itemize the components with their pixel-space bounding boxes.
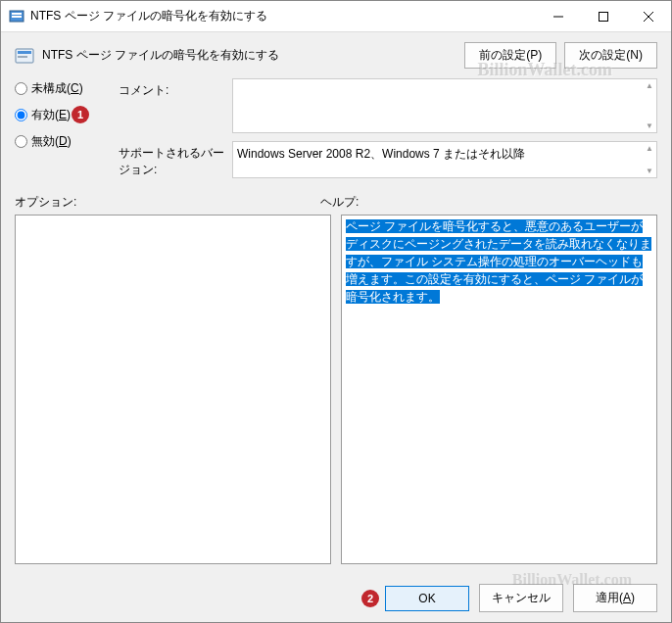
supported-textbox: Windows Server 2008 R2、Windows 7 またはそれ以降… [232,141,657,178]
radio-not-configured-input[interactable] [15,82,27,95]
dialog-window: NTFS ページ ファイルの暗号化を有効にする NTFS ページ ファイルの暗号… [0,0,672,623]
annotation-marker-2: 2 [361,590,379,607]
radio-disabled-label: 無効(D) [31,133,72,150]
policy-title: NTFS ページ ファイルの暗号化を有効にする [42,47,456,64]
svg-rect-8 [18,51,31,54]
help-text: ページ ファイルを暗号化すると、悪意のあるユーザーがディスクにページングされたデ… [346,219,651,304]
policy-icon [15,46,34,66]
svg-rect-4 [600,12,608,21]
comment-label: コメント: [119,78,224,99]
supported-value: Windows Server 2008 R2、Windows 7 またはそれ以降 [237,147,525,161]
app-icon [9,9,24,24]
radio-enabled[interactable]: 有効(E) 1 [15,107,103,123]
svg-rect-2 [12,16,22,18]
header-row: NTFS ページ ファイルの暗号化を有効にする 前の設定(P) 次の設定(N) [1,32,671,78]
help-panel[interactable]: ページ ファイルを暗号化すると、悪意のあるユーザーがディスクにページングされたデ… [341,215,657,564]
close-button[interactable] [626,1,671,31]
window-title: NTFS ページ ファイルの暗号化を有効にする [30,8,536,24]
state-radio-group: 未構成(C) 有効(E) 1 無効(D) [15,78,103,178]
radio-disabled[interactable]: 無効(D) [15,133,103,150]
radio-disabled-input[interactable] [15,135,27,148]
comment-textbox[interactable]: ▲▼ [232,78,657,133]
radio-enabled-input[interactable] [15,109,27,121]
supported-label: サポートされるバージョン: [119,141,224,178]
scrollbar-icon: ▲▼ [645,79,654,132]
annotation-marker-1: 1 [72,106,89,123]
options-panel[interactable] [15,215,331,564]
svg-rect-1 [12,13,22,15]
previous-setting-button[interactable]: 前の設定(P) [464,42,556,69]
content-area: 未構成(C) 有効(E) 1 無効(D) コメント: ▲▼ [1,78,671,574]
minimize-button[interactable] [536,1,581,31]
ok-button[interactable]: OK [385,586,469,611]
maximize-button[interactable] [581,1,626,31]
footer: 2 OK キャンセル 適用(A) [1,574,671,622]
svg-rect-9 [18,56,27,58]
options-label: オプション: [15,194,320,211]
radio-not-configured-label: 未構成(C) [31,80,83,97]
radio-enabled-label: 有効(E) [31,107,71,123]
titlebar: NTFS ページ ファイルの暗号化を有効にする [1,1,671,32]
help-label: ヘルプ: [320,194,359,211]
apply-button[interactable]: 適用(A) [573,584,657,612]
nav-buttons: 前の設定(P) 次の設定(N) [464,42,657,69]
next-setting-button[interactable]: 次の設定(N) [564,42,657,69]
scrollbar-icon: ▲▼ [645,142,654,177]
radio-not-configured[interactable]: 未構成(C) [15,80,103,97]
window-controls [536,1,671,31]
cancel-button[interactable]: キャンセル [479,584,563,612]
